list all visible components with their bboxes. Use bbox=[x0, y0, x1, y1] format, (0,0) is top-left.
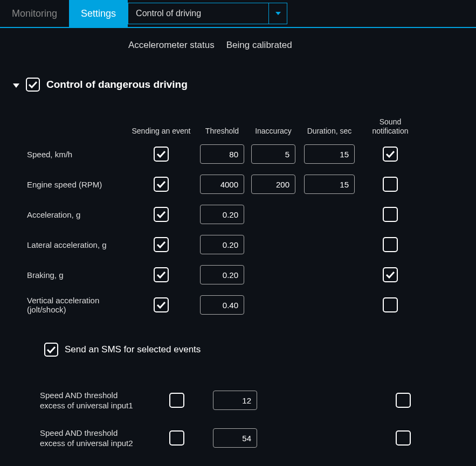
sms-row: Speed AND threshold excess of universal … bbox=[40, 419, 476, 457]
row-label: Braking, g bbox=[27, 270, 127, 280]
row-label: Speed, km/h bbox=[27, 150, 127, 159]
inaccuracy-input[interactable] bbox=[251, 175, 295, 194]
driving-row: Engine speed (RPM) bbox=[27, 169, 476, 199]
sound-checkbox[interactable] bbox=[383, 237, 398, 252]
event-checkbox[interactable] bbox=[154, 237, 169, 252]
row-label: Lateral acceleration, g bbox=[27, 240, 127, 249]
event-checkbox[interactable] bbox=[154, 267, 169, 282]
threshold-input[interactable] bbox=[200, 235, 244, 254]
dropdown-selected: Control of driving bbox=[128, 3, 268, 24]
sms-checkbox[interactable] bbox=[44, 343, 58, 357]
sms-value-input[interactable] bbox=[213, 391, 257, 410]
sound-checkbox[interactable] bbox=[383, 207, 398, 222]
inaccuracy-input[interactable] bbox=[251, 144, 295, 164]
tab-monitoring[interactable]: Monitoring bbox=[0, 0, 69, 27]
driving-row: Braking, g bbox=[27, 260, 476, 290]
driving-row: Acceleration, g bbox=[27, 199, 476, 229]
sms-event-checkbox[interactable] bbox=[169, 393, 184, 408]
sound-checkbox[interactable] bbox=[383, 147, 398, 162]
col-header-duration: Duration, sec bbox=[298, 127, 361, 136]
collapse-toggle-icon[interactable] bbox=[13, 80, 19, 89]
duration-input[interactable] bbox=[304, 175, 355, 194]
col-header-inaccuracy: Inaccuracy bbox=[249, 127, 298, 136]
row-label: Vertical acceleration (jolt/shock) bbox=[27, 296, 127, 314]
tab-settings[interactable]: Settings bbox=[69, 0, 128, 27]
sms-value-input[interactable] bbox=[213, 428, 257, 448]
sms-row: Speed AND threshold excess of universal … bbox=[40, 381, 476, 419]
driving-grid: Sending an event Threshold Inaccuracy Du… bbox=[27, 114, 476, 320]
sound-checkbox[interactable] bbox=[383, 297, 398, 312]
sms-event-checkbox[interactable] bbox=[169, 430, 184, 446]
event-checkbox[interactable] bbox=[154, 177, 169, 192]
sound-checkbox[interactable] bbox=[383, 177, 398, 192]
row-label: Engine speed (RPM) bbox=[27, 180, 127, 189]
threshold-input[interactable] bbox=[200, 295, 244, 315]
status-row: Accelerometer status Being calibrated bbox=[0, 28, 476, 51]
section-title: Control of dangerous driving bbox=[46, 79, 188, 91]
chevron-down-icon[interactable] bbox=[268, 3, 287, 24]
event-checkbox[interactable] bbox=[154, 207, 169, 222]
sound-checkbox[interactable] bbox=[383, 267, 398, 282]
sms-title: Send an SMS for selected events bbox=[65, 344, 201, 355]
event-checkbox[interactable] bbox=[154, 297, 169, 312]
threshold-input[interactable] bbox=[200, 205, 244, 224]
threshold-input[interactable] bbox=[200, 144, 244, 164]
threshold-input[interactable] bbox=[200, 265, 244, 284]
sms-sound-checkbox[interactable] bbox=[396, 393, 411, 408]
col-header-event: Sending an event bbox=[127, 127, 196, 136]
threshold-input[interactable] bbox=[200, 175, 244, 194]
accelerometer-status-value: Being calibrated bbox=[226, 40, 292, 51]
sms-section: Send an SMS for selected events Speed AN… bbox=[44, 343, 476, 457]
topbar: Monitoring Settings Control of driving bbox=[0, 0, 476, 28]
driving-row: Speed, km/h bbox=[27, 139, 476, 169]
duration-input[interactable] bbox=[304, 144, 355, 164]
row-label: Acceleration, g bbox=[27, 210, 127, 219]
dangerous-driving-section: Control of dangerous driving Sending an … bbox=[0, 51, 476, 457]
event-checkbox[interactable] bbox=[154, 147, 169, 162]
col-header-threshold: Threshold bbox=[196, 127, 249, 136]
sms-row-label: Speed AND threshold excess of universal … bbox=[40, 428, 145, 449]
accelerometer-status-label: Accelerometer status bbox=[128, 40, 215, 51]
col-header-sound: Sound notification bbox=[361, 117, 420, 136]
driving-row: Vertical acceleration (jolt/shock) bbox=[27, 290, 476, 320]
sms-sound-checkbox[interactable] bbox=[396, 430, 411, 446]
sms-row-label: Speed AND threshold excess of universal … bbox=[40, 390, 145, 411]
section-dropdown[interactable]: Control of driving bbox=[128, 3, 287, 24]
dangerous-driving-checkbox[interactable] bbox=[26, 78, 40, 92]
driving-row: Lateral acceleration, g bbox=[27, 229, 476, 260]
